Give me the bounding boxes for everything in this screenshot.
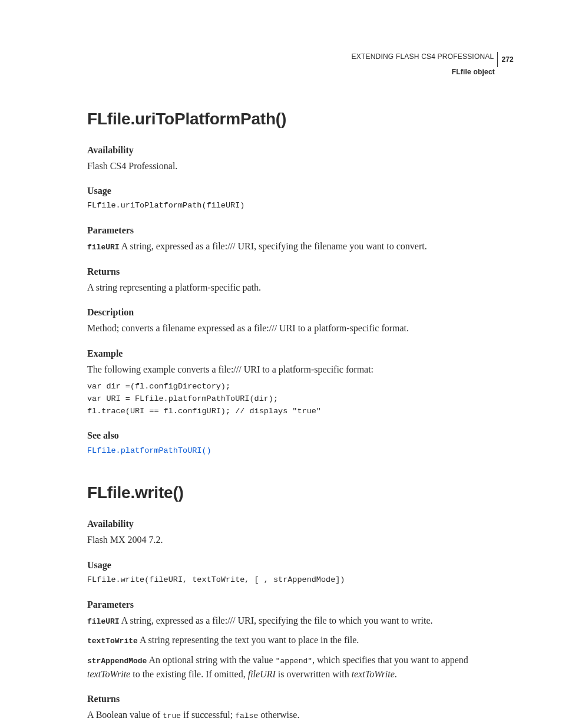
example-intro: The following example converts a file://… [87,363,514,376]
running-header: EXTENDING FLASH CS4 PROFESSIONAL272 FLfi… [87,52,514,77]
returns-text: A string representing a platform-specifi… [87,281,514,294]
availability-heading: Availability [87,145,514,156]
p3-mid3: is overwritten with [276,669,352,679]
param-name-strappendmode: strAppendMode [87,657,147,666]
usage-code-2: FLfile.write(fileURI, textToWrite, [ , s… [87,574,514,587]
param-desc-texttowrite: A string representing the text you want … [138,635,359,645]
seealso-block: See also FLfile.platformPathToURI() [87,430,514,455]
param-name-fileuri: fileURI [87,243,120,252]
ret-true: true [163,711,181,720]
example-heading: Example [87,348,514,359]
method-heading-uritoplatformpath: FLfile.uriToPlatformPath() [87,110,514,129]
p3-code: "append" [276,657,312,666]
param-name-texttowrite: textToWrite [87,637,138,645]
param-desc-fileuri: A string, expressed as a file:/// URI, s… [120,241,427,251]
returns-heading-2: Returns [87,694,514,704]
ret-mid: if successful; [181,710,235,720]
example-block: Example The following example converts a… [87,348,514,418]
parameters-heading: Parameters [87,225,514,236]
p3-pre: An optional string with the value [147,655,275,665]
param-strappendmode: strAppendMode An optional string with th… [87,653,514,681]
method-heading-write: FLfile.write() [87,483,514,502]
returns-block: Returns A string representing a platform… [87,266,514,294]
p3-end: . [395,669,397,679]
availability-text-2: Flash MX 2004 7.2. [87,533,514,546]
p3-mid2: to the existing file. If omitted, [130,669,248,679]
description-block: Description Method; converts a filename … [87,307,514,335]
p3-em2: fileURI [248,669,276,679]
book-title: EXTENDING FLASH CS4 PROFESSIONAL [352,52,494,61]
page-number: 272 [497,52,514,67]
ret-false: false [235,711,258,720]
p3-em3: textToWrite [352,669,395,679]
page: EXTENDING FLASH CS4 PROFESSIONAL272 FLfi… [0,0,562,728]
availability-block: Availability Flash CS4 Professional. [87,145,514,173]
section-name: FLfile object [87,67,514,77]
param-name-fileuri-2: fileURI [87,617,120,626]
example-code: var dir =(fl.configDirectory); var URI =… [87,381,514,418]
parameters-heading-2: Parameters [87,599,514,610]
p3-mid: , which specifies that you want to appen… [312,655,468,665]
parameters-block: Parameters fileURI A string, expressed a… [87,225,514,253]
seealso-heading: See also [87,430,514,441]
usage-block: Usage FLfile.uriToPlatformPath(fileURI) [87,186,514,212]
returns-block-2: Returns A Boolean value of true if succe… [87,694,514,722]
availability-text: Flash CS4 Professional. [87,159,514,173]
returns-heading: Returns [87,266,514,277]
returns-text-2: A Boolean value of true if successful; f… [87,708,514,722]
description-heading: Description [87,307,514,318]
availability-heading-2: Availability [87,519,514,529]
parameters-block-2: Parameters fileURI A string, expressed a… [87,599,514,681]
availability-block-2: Availability Flash MX 2004 7.2. [87,519,514,546]
ret-pre: A Boolean value of [87,710,163,720]
usage-heading: Usage [87,186,514,196]
ret-end: otherwise. [258,710,299,720]
seealso-link-platformpathtouri[interactable]: FLfile.platformPathToURI() [87,446,211,455]
param-fileuri: fileURI A string, expressed as a file://… [87,239,514,253]
usage-block-2: Usage FLfile.write(fileURI, textToWrite,… [87,560,514,587]
usage-code: FLfile.uriToPlatformPath(fileURI) [87,200,514,212]
usage-heading-2: Usage [87,560,514,571]
param-texttowrite: textToWrite A string representing the te… [87,633,514,647]
description-text: Method; converts a filename expressed as… [87,321,514,335]
param-fileuri-2: fileURI A string, expressed as a file://… [87,614,514,628]
p3-em1: textToWrite [87,669,130,679]
param-desc-fileuri-2: A string, expressed as a file:/// URI, s… [120,615,433,625]
